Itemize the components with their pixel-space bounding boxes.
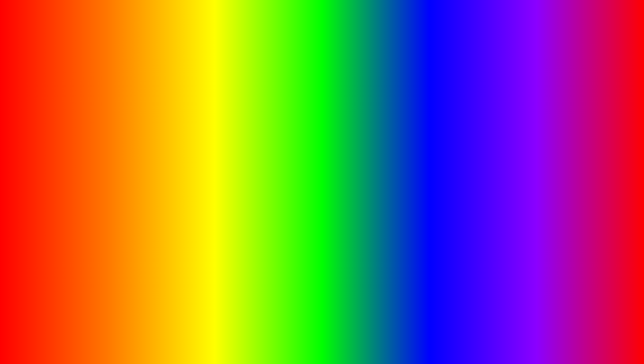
auto-elite-item: Auto Elite Hunter bbox=[109, 232, 163, 238]
first-sea-header: \\ First Sea // bbox=[109, 160, 163, 165]
tab-setting[interactable]: Setting bbox=[78, 98, 88, 103]
panel-back-title: Makima Hub Scripts | Reworked - Friday 1… bbox=[37, 83, 139, 90]
rating-stat: 👍 94% bbox=[537, 188, 557, 195]
auto-triple-katana-item: Auto True Triple Katana bbox=[109, 188, 163, 193]
f-r-divider-3 bbox=[166, 190, 220, 190]
logo-blox-text: BLOX bbox=[489, 320, 540, 341]
tab-main[interactable]: Main bbox=[39, 98, 46, 103]
player-name: Player Name : XxArSendxX bbox=[166, 183, 220, 189]
bottom-title: AUTO FARM SCRIPT PASTEBIN bbox=[118, 317, 526, 351]
nav-combat[interactable]: Combat bbox=[73, 91, 86, 95]
auto-rengoku-item: Auto Rengoku bbox=[109, 193, 163, 199]
auto-saber-item: Auto Saber bbox=[109, 165, 163, 170]
players-stat: 👤 387.9K bbox=[564, 189, 589, 195]
auto-pale-scarf-item: Auto Pale Scarf bbox=[166, 126, 220, 132]
game-card-info: Blox Fruits 👍 94% 👤 387.9K bbox=[533, 174, 620, 199]
logo-fruits: FRUITS bbox=[599, 166, 608, 169]
open-devil-fruit: Open Devil Fruit Shop bbox=[166, 196, 220, 201]
game-card-stats: 👍 94% 👤 387.9K bbox=[537, 188, 615, 195]
select-materials-label: Select Materials bbox=[109, 121, 163, 125]
nav-notify[interactable]: Notify bbox=[102, 91, 112, 95]
front-two-cols: \\ Materials // Select Materials -- Farm… bbox=[109, 116, 220, 240]
f-divider-2 bbox=[109, 159, 163, 159]
auto-serpent-item: Auto Serpent Bow bbox=[166, 150, 220, 155]
lights-string bbox=[3, 69, 641, 76]
light-green-2 bbox=[132, 71, 136, 76]
ui-panel-front: Makima Hub Scripts | Reworked - Friday 1… bbox=[106, 101, 223, 245]
mob-aura-item: Mob Aura bbox=[109, 152, 163, 158]
f-divider-1 bbox=[109, 138, 163, 138]
light-yellow-2 bbox=[147, 71, 151, 76]
f-r-divider-1 bbox=[166, 143, 220, 144]
nav-visuals[interactable]: Visuals bbox=[88, 91, 100, 95]
place-id: Place ID : 7449423635 bbox=[166, 178, 220, 183]
light-green bbox=[23, 71, 27, 76]
farm-material-dropdown[interactable]: Farm Material ▼ bbox=[109, 130, 163, 137]
star-decoration: ★ bbox=[23, 275, 59, 321]
super-fast-text: SUPER FAST bbox=[113, 93, 264, 120]
open-awaking: Open Awaking Fruit bbox=[166, 201, 220, 206]
aura-bar-container bbox=[109, 149, 163, 152]
f-divider-3 bbox=[109, 176, 163, 177]
tab-fighting[interactable]: Fighting bbox=[50, 98, 61, 103]
thumbs-up-icon: 👍 bbox=[537, 188, 545, 195]
game-card-name: Blox Fruits bbox=[537, 178, 615, 185]
auto-farm-text: AUTO FARM bbox=[118, 317, 296, 351]
statistics-header: \\ Statistics // bbox=[166, 168, 220, 173]
auto-musketeer-item: Auto Musketeer Hat bbox=[166, 137, 220, 142]
coming-soon-4: \\ Coming Soon.. // bbox=[166, 160, 220, 165]
wing-right bbox=[478, 143, 518, 203]
light-yellow bbox=[39, 71, 43, 76]
ui-header: \\ User Interface // bbox=[166, 191, 220, 196]
auto-buddy-item: Auto Buddy Sword bbox=[109, 227, 163, 232]
auto-holy-item: Auto Holy Torch bbox=[109, 222, 163, 227]
aura-progress: 1500/5000 bbox=[109, 144, 163, 148]
second-sea-header: \\ Second Sea // bbox=[109, 178, 163, 183]
game-card-char-head bbox=[568, 101, 585, 118]
character-area bbox=[408, 69, 515, 270]
players-value: 387.9K bbox=[572, 189, 589, 195]
tab-bosses[interactable]: Bosses bbox=[65, 98, 75, 103]
front-left-col: \\ Materials // Select Materials -- Farm… bbox=[109, 116, 163, 240]
auto-cursed-item: Auto Cursed Dual Katana bbox=[109, 216, 163, 222]
auto-legendary-item: Auto Legendary Sword bbox=[109, 199, 163, 204]
nav-general[interactable]: General bbox=[38, 91, 51, 95]
nav-automatics[interactable]: Automatics bbox=[53, 91, 70, 95]
light-red-2 bbox=[116, 71, 120, 76]
logo-blox: BLOX bbox=[600, 157, 607, 160]
guns-header: \\ Guns // bbox=[166, 145, 220, 150]
coming-soon-3: \\ Coming Soon.. // bbox=[109, 238, 163, 240]
auto-factory-item: Auto Factory bbox=[109, 183, 163, 188]
blox-fruits-logo: BLOX ☠ FRUITS bbox=[489, 320, 621, 341]
auto-acidum-item: Auto Acidum Rifle [World 2] bbox=[166, 155, 220, 160]
wing-left bbox=[404, 143, 444, 203]
character-body bbox=[431, 130, 491, 270]
dash-label: -- bbox=[109, 125, 163, 130]
game-card-logo-box: BLOX ☠ FRUITS bbox=[590, 154, 617, 171]
panel-front-body: \\ Materials // Select Materials -- Farm… bbox=[107, 114, 222, 240]
logo-fruits-text: FRUITS bbox=[555, 320, 621, 341]
health-bar bbox=[39, 167, 59, 169]
mastery-header: \\ Mastery bbox=[39, 141, 53, 146]
light-red bbox=[8, 71, 12, 76]
dropdown-value: Farm Material bbox=[111, 131, 127, 136]
light-magenta bbox=[70, 71, 74, 76]
rating-value: 94% bbox=[546, 189, 557, 195]
front-right-col: \\ Accessories // Auto Valkyrie Helmet A… bbox=[166, 116, 220, 240]
auto-bandanna-item: Auto Bandanna bbox=[166, 132, 220, 137]
light-blue bbox=[54, 71, 58, 76]
aura-bar bbox=[109, 149, 125, 152]
coming-soon-2: \\ Coming Soon.. // bbox=[109, 204, 163, 209]
logo-container: BLOX ☠ FRUITS bbox=[489, 320, 621, 341]
f-divider-4 bbox=[109, 210, 163, 210]
auto-valkyrie-item: Auto Valkyrie Helmet bbox=[166, 121, 220, 126]
blox-fruits-world: Blox Fruits | Third World bbox=[166, 172, 220, 178]
person-icon: 👤 bbox=[564, 189, 570, 195]
background: ★ BLOX FRUITS SUPER FAST Makima Hub Scri… bbox=[3, 3, 641, 361]
char-head bbox=[452, 141, 470, 160]
light-cyan bbox=[101, 71, 105, 76]
farm-mob-aura-header: \\ Farm Mob Aura // bbox=[109, 139, 163, 144]
logo-skull-icon: ☠ bbox=[541, 323, 553, 338]
logo-skull: ☠ bbox=[601, 160, 606, 166]
game-card: BLOX ☠ FRUITS Blox Fruits 👍 94% 👤 387.9K bbox=[531, 83, 621, 210]
